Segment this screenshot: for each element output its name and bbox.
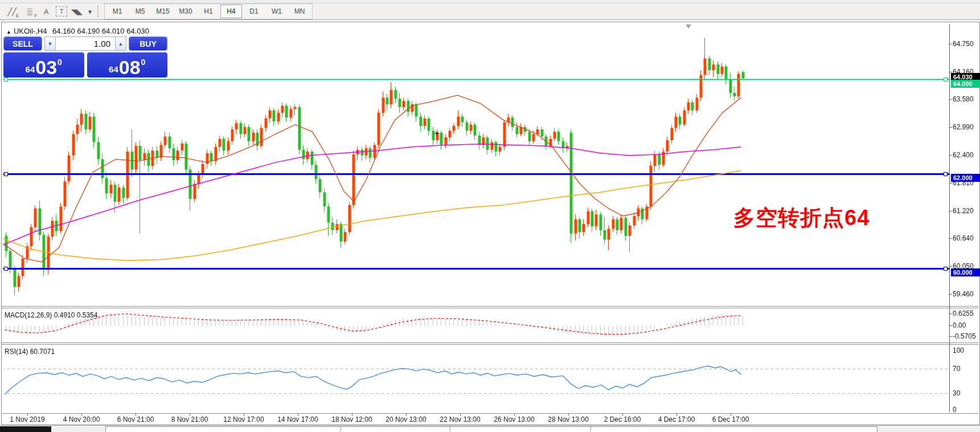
- ohlc-values: 64.160 64.190 64.010 64.030: [52, 27, 149, 35]
- symbol-period-label: UKOil-,H4: [14, 27, 47, 35]
- timeframe-button-w1[interactable]: W1: [266, 5, 288, 18]
- macd-indicator-label: MACD(12,26,9) 0.4910 0.5354: [5, 311, 97, 319]
- timeframe-button-m15[interactable]: M15: [152, 5, 174, 18]
- macd-panel-separator[interactable]: [2, 308, 978, 308]
- timeframe-button-m1[interactable]: M1: [106, 5, 128, 18]
- volume-input[interactable]: [56, 36, 115, 51]
- price-tag: 62.000: [951, 174, 980, 182]
- bottom-dark-box: [0, 426, 51, 432]
- chart-title: ▲UKOil-,H4 64.160 64.190 64.010 64.030: [6, 27, 149, 35]
- buy-price-panel[interactable]: 64 08 0: [87, 52, 168, 78]
- price-axis-label: 61.220: [953, 207, 980, 215]
- one-click-collapse-arrow[interactable]: ▲: [6, 29, 11, 35]
- time-axis-label: 1 Nov 2019: [2, 415, 53, 423]
- bottom-panel-strip: [0, 425, 980, 432]
- rsi-panel-separator[interactable]: [2, 344, 978, 345]
- time-axis-label: 12 Nov 17:00: [218, 415, 269, 423]
- macd-axis-label: 0.6255: [953, 309, 980, 317]
- sell-price-prefix: 64: [26, 64, 35, 74]
- buy-price-big: 08: [119, 59, 141, 76]
- drawing-toolbar: ╱╱E▒FAT◥◣▾: [3, 5, 95, 18]
- time-axis-label: 26 Nov 13:00: [489, 415, 540, 423]
- chart-text-annotation: 多空转折点64: [733, 203, 870, 233]
- sell-price-panel[interactable]: 64 03 0: [3, 52, 84, 78]
- macd-panel-separator[interactable]: [2, 306, 978, 307]
- sell-price-big: 03: [35, 59, 57, 76]
- mt4-window: ╱╱E▒FAT◥◣▾ M1M5M15M30H1H4D1W1MN ▲UKOil-,…: [0, 0, 980, 432]
- time-axis-label: 20 Nov 13:00: [380, 415, 432, 423]
- grid-icon[interactable]: ▒F: [22, 5, 36, 18]
- text-box-icon[interactable]: T: [56, 6, 67, 17]
- rsi-axis-label: 70: [953, 365, 980, 373]
- crosshair-mark: +: [434, 128, 440, 137]
- time-axis-label: 14 Nov 17:00: [272, 415, 323, 423]
- time-axis-label: 2 Dec 16:00: [597, 415, 648, 423]
- rsi-indicator-label: RSI(14) 60.7071: [5, 348, 55, 356]
- rsi-axis-label: 100: [953, 347, 980, 354]
- timeframe-toolbar: M1M5M15M30H1H4D1W1MN: [104, 3, 313, 19]
- time-axis-label: 4 Nov 20:00: [56, 415, 107, 423]
- time-axis-label: 4 Dec 17:00: [651, 415, 702, 423]
- buy-price-sup: 0: [141, 58, 146, 67]
- grid-icon-sub: F: [35, 14, 36, 18]
- time-axis-label: 28 Nov 13:00: [543, 415, 594, 423]
- buy-price-prefix: 64: [109, 64, 118, 74]
- price-axis-label: 62.400: [953, 151, 980, 159]
- price-axis-label: 59.460: [953, 290, 980, 298]
- price-axis-label: 60.640: [953, 234, 980, 242]
- chart-window: ▲UKOil-,H4 64.160 64.190 64.010 64.030 S…: [1, 22, 980, 425]
- one-click-trading-panel: SELL ▼ ▲ BUY 64 03 0 64 08 0: [3, 36, 167, 78]
- price-axis-label: 62.990: [953, 123, 980, 131]
- timeframe-button-d1[interactable]: D1: [243, 5, 265, 18]
- timeframe-button-m5[interactable]: M5: [129, 5, 151, 18]
- sell-button[interactable]: SELL: [3, 36, 42, 51]
- volume-decrease-button[interactable]: ▼: [44, 36, 56, 51]
- draw-lines-pencil-icon-sub: E: [16, 14, 19, 18]
- timeframe-button-m30[interactable]: M30: [175, 5, 196, 18]
- time-axis-label: 8 Nov 21:00: [164, 415, 215, 423]
- time-axis-label: 6 Nov 21:00: [110, 415, 161, 423]
- price-axis-line: [949, 24, 950, 412]
- arrows-icon[interactable]: ◥◣: [69, 5, 84, 18]
- volume-increase-button[interactable]: ▲: [115, 36, 126, 51]
- price-axis-label: 63.580: [953, 95, 980, 103]
- time-axis-label: 18 Nov 12:00: [326, 415, 378, 423]
- bottom-panel-edge: [105, 426, 878, 432]
- rsi-axis-label: 0: [953, 406, 980, 414]
- timeframe-button-h1[interactable]: H1: [198, 5, 219, 18]
- macd-axis-label: -0.5705: [953, 332, 980, 340]
- price-tag: 64.000: [951, 80, 980, 88]
- price-tag: 60.000: [951, 268, 980, 276]
- sell-price-sup: 0: [58, 58, 62, 67]
- timeframe-button-h4[interactable]: H4: [220, 5, 242, 18]
- price-axis-label: 64.750: [953, 40, 980, 48]
- toolbar-grip[interactable]: [97, 6, 101, 17]
- rsi-panel-separator[interactable]: [2, 343, 978, 343]
- rsi-axis-label: 30: [953, 389, 980, 397]
- time-axis-label: 22 Nov 13:00: [434, 415, 486, 423]
- dropdown-caret-icon[interactable]: ▾: [87, 5, 93, 18]
- draw-lines-pencil-icon[interactable]: ╱╱E: [5, 5, 19, 18]
- time-axis-line: [2, 413, 978, 414]
- bottom-strip-tick: [450, 427, 450, 431]
- toolbar: ╱╱E▒FAT◥◣▾ M1M5M15M30H1H4D1W1MN: [0, 3, 980, 20]
- text-a-icon[interactable]: A: [39, 5, 54, 18]
- bottom-strip-tick: [341, 427, 341, 431]
- bottom-strip-tick: [591, 427, 591, 431]
- time-axis-label: 6 Dec 17:00: [705, 415, 756, 423]
- macd-axis-label: 0.00: [953, 321, 980, 329]
- buy-button[interactable]: BUY: [129, 36, 167, 51]
- chart-shift-marker-icon[interactable]: [686, 25, 691, 28]
- timeframe-button-mn[interactable]: MN: [289, 5, 310, 18]
